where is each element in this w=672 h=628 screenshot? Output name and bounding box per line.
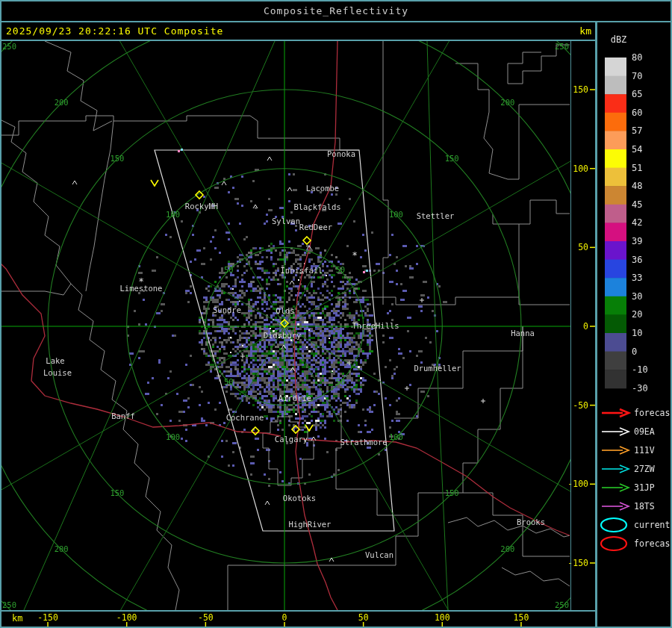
city-label: Lake <box>46 356 64 365</box>
ring-label: 50 <box>224 377 234 386</box>
county-boundary <box>336 407 394 515</box>
bottom-axis-tick-label: 0 <box>282 612 287 623</box>
colorbar-swatch <box>605 186 626 205</box>
legend-label: 27ZW <box>634 464 655 474</box>
city-label: Blackfalds <box>293 202 340 211</box>
city-label: Sylvan <box>272 217 300 226</box>
radar-site-diamond-icon <box>252 427 259 435</box>
ring-label: 250 <box>555 600 569 609</box>
radar-app-window: 5050505010010010010015015015015020020020… <box>0 0 672 628</box>
colorbar-value-label: 45 <box>632 199 642 210</box>
colorbar-value-label: 20 <box>632 309 642 320</box>
colorbar-swatch <box>605 333 626 352</box>
ring-label: 100 <box>389 210 403 219</box>
map-layer: 5050505010010010010015015015015020020020… <box>0 0 672 628</box>
right-axis-tick-label: 0 <box>583 321 588 332</box>
ring-label: 250 <box>555 42 569 51</box>
colorbar-value-label: 70 <box>632 71 642 81</box>
caret-marker-icon <box>290 281 294 285</box>
city-label: Vulcan <box>365 550 393 559</box>
city-label: HighRiver <box>289 520 332 529</box>
county-boundary <box>0 284 71 295</box>
ring-label: 50 <box>335 265 345 274</box>
county-boundary <box>502 568 570 586</box>
right-axis-tick-label: -50 <box>573 400 588 411</box>
ring-label: 150 <box>110 488 124 497</box>
ring-label: 100 <box>166 210 180 219</box>
radial-line <box>75 326 284 628</box>
colorbar-swatch <box>605 168 626 187</box>
city-label: Cochrane <box>226 413 264 422</box>
colorbar-swatch <box>605 205 626 223</box>
city-label: Brooks <box>517 517 545 526</box>
ring-label: 200 <box>500 544 514 553</box>
colorbar-swatch <box>605 223 626 241</box>
right-axis-tick-label: 50 <box>578 242 588 252</box>
colorbar-value-label: 48 <box>632 181 642 191</box>
ring-label: 200 <box>55 98 69 107</box>
city-label: Innisfail <box>281 266 323 275</box>
bottom-axis-unit-label: km <box>12 613 22 624</box>
legend-label: 31JP <box>634 482 655 493</box>
title-separator <box>0 21 672 22</box>
radar-scene: 5050505010010010010015015015015020020020… <box>0 0 672 628</box>
lightning-dot-icon <box>366 270 368 272</box>
legend-label: 111V <box>634 445 655 456</box>
bottom-axis-tick-label: 100 <box>435 612 450 623</box>
graticule-meridian <box>24 41 275 610</box>
city-label: Didsbury <box>264 331 302 340</box>
colorbar-swatch <box>605 370 626 388</box>
city-label: ThreeHills <box>352 321 399 330</box>
county-boundary <box>0 119 179 610</box>
timestamp-label: 2025/09/23 20:22:16 UTC Composite <box>6 23 454 40</box>
colorbar-swatch <box>605 57 626 76</box>
colorbar-swatch <box>605 314 626 333</box>
storm-arrow-icon <box>151 180 158 186</box>
city-label: Lacombe <box>306 184 339 193</box>
colorbar-swatch <box>605 352 626 370</box>
county-boundary <box>340 297 570 306</box>
colorbar-value-label: 65 <box>632 89 642 99</box>
city-label: Drumheller <box>414 364 461 373</box>
legend-label: 18TS <box>634 501 655 512</box>
city-label: Sundre <box>213 305 241 314</box>
bottom-axis-tick-label: 50 <box>358 612 369 623</box>
ring-label: 100 <box>389 432 403 441</box>
legend-ellipse-icon <box>601 518 626 532</box>
bottom-axis-tick-label: -50 <box>198 612 214 623</box>
radial-line <box>0 117 284 326</box>
radar-site-diamond-icon <box>303 237 311 244</box>
map-bottom-border <box>0 610 595 612</box>
colorbar-swatch <box>605 94 626 113</box>
city-label: Airdrie <box>279 394 311 402</box>
colorbar-value-label: 33 <box>632 273 642 283</box>
city-label: RockyMH <box>185 202 218 211</box>
bottom-axis-tick-label: -100 <box>116 612 137 623</box>
colorbar-value-label: 57 <box>632 125 642 136</box>
colorbar-value-label: -10 <box>632 364 648 375</box>
county-boundary <box>45 41 112 131</box>
ring-label: 250 <box>2 600 16 609</box>
county-boundary <box>493 214 519 224</box>
bottom-axis-tick-label: 150 <box>514 612 529 623</box>
caret-marker-icon <box>222 181 226 185</box>
caret-marker-icon <box>290 367 295 371</box>
colorbar-value-label: 54 <box>632 144 642 155</box>
colorbar-swatch <box>605 76 626 95</box>
city-label: Louise <box>43 368 72 377</box>
legend-label: forecast <box>634 538 672 549</box>
city-label: RedDeer <box>299 223 332 231</box>
ring-label: 150 <box>445 154 459 163</box>
colorbar-value-label: 51 <box>632 163 642 173</box>
county-boundary <box>455 63 570 179</box>
colorbar-swatch <box>605 131 626 149</box>
lightning-dot-icon <box>178 150 180 152</box>
county-boundary <box>383 41 388 305</box>
legend-label: current <box>634 520 670 530</box>
colorbar-value-label: 42 <box>632 217 642 228</box>
map-right-border <box>570 41 571 610</box>
datebar-separator <box>0 40 595 41</box>
city-label: Ponoka <box>327 149 355 158</box>
right-axis-unit-label: km <box>553 23 591 40</box>
asterisk-marker-icon: * <box>352 250 357 261</box>
